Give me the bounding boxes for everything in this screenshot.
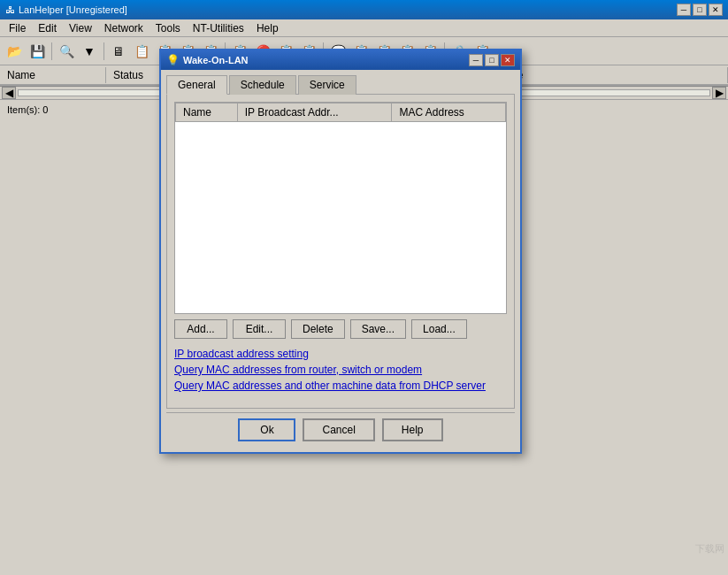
add-button[interactable]: Add... (174, 319, 227, 339)
save-button[interactable]: Save... (350, 319, 406, 339)
ip-broadcast-link[interactable]: IP broadcast address setting (174, 348, 507, 360)
dialog-body: General Schedule Service Name IP Broadca… (161, 70, 520, 452)
tab-content-general: Name IP Broadcast Addr... MAC Address Ad… (166, 94, 515, 409)
load-button[interactable]: Load... (411, 319, 467, 339)
dialog-links: IP broadcast address setting Query MAC a… (174, 348, 507, 392)
col-header-wol-name: Name (176, 104, 238, 122)
tab-schedule[interactable]: Schedule (229, 75, 296, 95)
dialog-title-bar: 💡 Wake-On-LAN ─ □ ✕ (161, 50, 520, 70)
wol-table-container: Name IP Broadcast Addr... MAC Address (174, 102, 507, 314)
modal-overlay: 💡 Wake-On-LAN ─ □ ✕ General Schedule Ser… (0, 0, 728, 556)
help-button[interactable]: Help (382, 418, 443, 441)
dialog-close-button[interactable]: ✕ (501, 54, 515, 66)
col-header-ip-broadcast: IP Broadcast Addr... (237, 104, 392, 122)
delete-button[interactable]: Delete (291, 319, 345, 339)
dialog-title-text: Wake-On-LAN (183, 55, 249, 65)
cancel-button[interactable]: Cancel (303, 418, 374, 441)
dialog-maximize-button[interactable]: □ (485, 54, 499, 66)
edit-button[interactable]: Edit... (233, 319, 286, 339)
bottom-buttons: Ok Cancel Help (166, 412, 515, 447)
ok-button[interactable]: Ok (238, 418, 295, 441)
query-mac-router-link[interactable]: Query MAC addresses from router, switch … (174, 364, 507, 376)
col-header-mac-address: MAC Address (392, 104, 506, 122)
dialog-title-left: 💡 Wake-On-LAN (166, 54, 249, 66)
wake-on-lan-dialog: 💡 Wake-On-LAN ─ □ ✕ General Schedule Ser… (159, 49, 522, 454)
wol-table: Name IP Broadcast Addr... MAC Address (175, 103, 506, 122)
dialog-minimize-button[interactable]: ─ (469, 54, 483, 66)
watermark: 下载网 (695, 542, 724, 556)
tab-service[interactable]: Service (298, 75, 356, 95)
dialog-window-controls[interactable]: ─ □ ✕ (469, 54, 515, 66)
tab-general[interactable]: General (166, 75, 227, 95)
dialog-title-icon: 💡 (166, 54, 180, 66)
action-buttons: Add... Edit... Delete Save... Load... (174, 319, 507, 339)
dialog-tabs: General Schedule Service (166, 75, 515, 95)
query-mac-dhcp-link[interactable]: Query MAC addresses and other machine da… (174, 380, 507, 392)
